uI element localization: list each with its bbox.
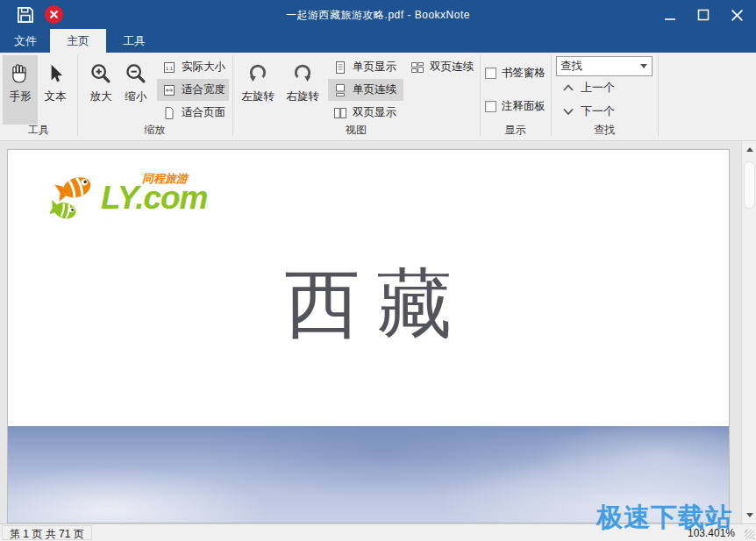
- window-title: 一起游西藏旅游攻略.pdf - BookxNote: [0, 8, 756, 23]
- zoom-out-icon: [124, 61, 148, 86]
- rotate-left-icon: [246, 61, 270, 86]
- page-title: 西藏: [8, 257, 729, 352]
- tab-home-label: 主页: [67, 33, 89, 49]
- fit-width-label: 适合宽度: [182, 82, 225, 97]
- double-page-label: 双页显示: [353, 105, 396, 120]
- text-select-button[interactable]: 文本: [39, 55, 71, 125]
- zoom-in-label: 放大: [90, 89, 112, 104]
- tab-tools[interactable]: 工具: [109, 29, 160, 53]
- minimize-button[interactable]: [658, 4, 682, 26]
- triangle-up-icon: [746, 147, 753, 152]
- titlebar: 一起游西藏旅游攻略.pdf - BookxNote: [0, 0, 756, 53]
- group-label-display: 显示: [480, 123, 551, 138]
- scrollbar-thumb[interactable]: [744, 161, 755, 209]
- tab-file[interactable]: 文件: [7, 29, 44, 53]
- rotate-left-button[interactable]: 左旋转: [238, 55, 278, 125]
- single-continuous-icon: [333, 83, 347, 97]
- zoom-in-button[interactable]: 放大: [84, 55, 118, 125]
- bookmark-pane-label: 书签窗格: [502, 66, 546, 81]
- single-page-button[interactable]: 单页显示: [328, 56, 403, 78]
- vertical-scrollbar[interactable]: [741, 141, 756, 523]
- zoom-out-label: 缩小: [125, 89, 147, 104]
- zoom-out-button[interactable]: 缩小: [119, 55, 153, 125]
- find-previous-label: 上一个: [581, 80, 615, 96]
- fit-page-icon: [162, 106, 176, 120]
- ribbon-separator: [658, 55, 659, 136]
- single-page-icon: [333, 61, 347, 75]
- search-combobox[interactable]: [556, 56, 653, 76]
- text-select-label: 文本: [45, 89, 67, 104]
- annotation-panel-checkbox[interactable]: 注释面板: [485, 99, 546, 114]
- double-page-button[interactable]: 双页显示: [328, 102, 403, 124]
- text-cursor-icon: [44, 61, 67, 86]
- document-viewport[interactable]: LY.com 同程旅游 西藏 极速下载站: [0, 141, 756, 523]
- page-indicator: 第 1 页 共 71 页: [2, 525, 92, 540]
- maximize-button[interactable]: [691, 4, 716, 26]
- triangle-down-icon: [746, 513, 753, 517]
- chevron-down-icon: [640, 64, 647, 68]
- window-controls: [658, 4, 749, 26]
- menu-tabs: 文件 主页 工具: [0, 29, 756, 53]
- checkbox-icon: [485, 68, 496, 79]
- maximize-icon: [697, 9, 710, 21]
- close-button[interactable]: [724, 4, 749, 26]
- fit-page-button[interactable]: 适合页面: [157, 102, 229, 124]
- close-icon: [731, 9, 744, 22]
- pdf-page: LY.com 同程旅游 西藏: [7, 149, 730, 523]
- logo-tagline-text: 同程旅游: [142, 171, 188, 187]
- actual-size-icon: 1:1: [162, 61, 176, 75]
- resize-grip-icon[interactable]: [745, 530, 754, 539]
- bookmark-pane-checkbox[interactable]: 书签窗格: [485, 66, 546, 81]
- double-page-icon: [333, 106, 347, 120]
- chevron-down-icon: [562, 107, 574, 116]
- group-label-tools: 工具: [0, 123, 77, 138]
- checkbox-icon: [485, 101, 496, 112]
- rotate-left-label: 左旋转: [241, 89, 275, 104]
- tab-tools-label: 工具: [123, 33, 146, 49]
- double-continuous-button[interactable]: 双页连续: [405, 56, 477, 78]
- search-input[interactable]: [557, 61, 636, 73]
- minimize-icon: [664, 8, 676, 22]
- fish-logo-icon: [50, 169, 101, 224]
- svg-text:1:1: 1:1: [166, 65, 174, 70]
- group-label-view: 视图: [232, 123, 480, 138]
- double-continuous-label: 双页连续: [430, 60, 474, 75]
- single-page-label: 单页显示: [353, 60, 396, 75]
- find-next-button[interactable]: 下一个: [562, 103, 615, 119]
- find-previous-button[interactable]: 上一个: [562, 80, 615, 96]
- search-dropdown-button[interactable]: [636, 57, 652, 75]
- tab-home[interactable]: 主页: [50, 29, 106, 53]
- hand-tool-button[interactable]: 手形: [3, 55, 38, 125]
- hand-tool-label: 手形: [10, 89, 32, 104]
- rotate-right-button[interactable]: 右旋转: [282, 55, 324, 125]
- single-continuous-label: 单页连续: [353, 82, 396, 97]
- actual-size-button[interactable]: 1:1 实际大小: [157, 56, 229, 78]
- watermark-text: 极速下载站: [596, 500, 732, 536]
- ribbon: 手形 文本 工具 放大 缩小: [0, 53, 756, 141]
- fit-width-button[interactable]: 适合宽度: [157, 79, 229, 101]
- chevron-up-icon: [562, 83, 574, 92]
- double-continuous-icon: [410, 61, 424, 75]
- group-label-zoom: 缩放: [77, 123, 232, 138]
- scroll-up-button[interactable]: [742, 143, 756, 156]
- find-next-label: 下一个: [581, 103, 615, 119]
- tab-file-label: 文件: [14, 33, 37, 49]
- group-label-find: 查找: [551, 123, 658, 138]
- zoom-in-icon: [89, 61, 113, 86]
- single-continuous-button[interactable]: 单页连续: [328, 79, 403, 101]
- ly-com-logo: LY.com 同程旅游: [50, 169, 212, 224]
- rotate-right-label: 右旋转: [286, 89, 319, 104]
- hand-icon: [9, 61, 32, 86]
- actual-size-label: 实际大小: [182, 60, 225, 75]
- fit-width-icon: [162, 83, 176, 97]
- rotate-right-icon: [290, 61, 315, 86]
- bookxnote-window: 一起游西藏旅游攻略.pdf - BookxNote: [0, 0, 756, 541]
- annotation-panel-label: 注释面板: [502, 99, 546, 114]
- scroll-down-button[interactable]: [742, 509, 756, 522]
- fit-page-label: 适合页面: [182, 105, 225, 120]
